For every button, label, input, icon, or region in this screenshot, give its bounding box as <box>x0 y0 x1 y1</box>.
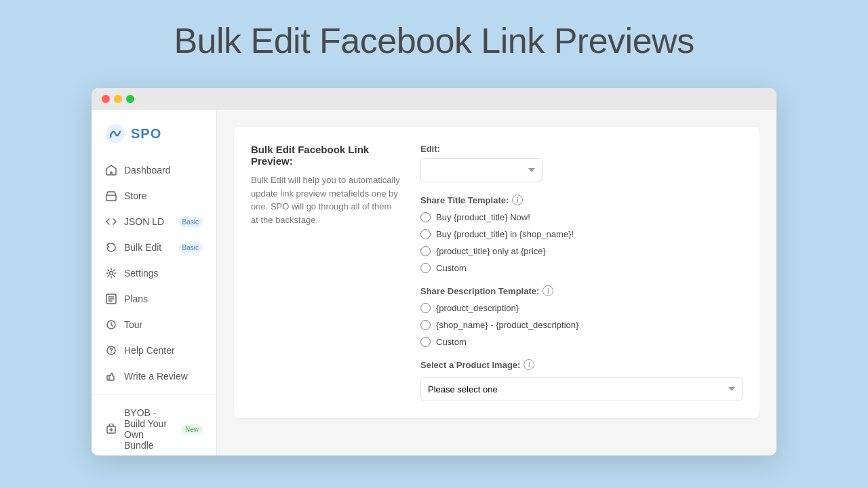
product-image-info-icon[interactable]: i <box>524 359 534 370</box>
product-image-label: Select a Product Image: i <box>420 359 743 370</box>
share-desc-radio-3[interactable] <box>420 337 431 347</box>
sidebar-item-write-review-label: Write a Review <box>124 371 188 382</box>
share-desc-label-2: {shop_name} - {product_description} <box>436 320 578 330</box>
sidebar-item-dashboard-label: Dashboard <box>124 165 171 176</box>
json-ld-badge: Basic <box>178 217 203 227</box>
store-icon <box>105 190 117 202</box>
share-title-label-1: Buy {product_title} Now! <box>436 212 530 222</box>
sidebar-item-plans-label: Plans <box>124 293 148 304</box>
plans-icon <box>105 293 117 305</box>
product-image-select[interactable]: Please select one <box>420 377 743 401</box>
thumb-up-icon <box>105 370 117 382</box>
home-icon <box>105 164 117 176</box>
share-title-option-2[interactable]: Buy {product_title} in {shop_name}! <box>420 229 743 239</box>
share-description-label: Share Description Template: i <box>420 285 743 296</box>
share-title-radio-2[interactable] <box>420 229 431 239</box>
share-desc-radio-2[interactable] <box>420 320 431 330</box>
sidebar-item-tour-label: Tour <box>124 319 142 330</box>
bulk-edit-badge: Basic <box>178 243 203 253</box>
code-icon <box>105 216 117 228</box>
share-title-label-3: {product_title} only at {price} <box>436 246 546 256</box>
logo-text: SPO <box>131 126 161 142</box>
svg-point-7 <box>111 352 112 354</box>
svg-rect-2 <box>106 195 116 201</box>
sidebar-item-store[interactable]: Store <box>92 183 216 209</box>
sidebar-item-bulk-edit[interactable]: Bulk Edit Basic <box>92 235 216 260</box>
nav-divider <box>92 394 216 395</box>
sidebar-item-tour[interactable]: Tour <box>92 312 216 338</box>
svg-point-3 <box>110 272 113 275</box>
logo-area: SPO <box>92 123 216 157</box>
settings-icon <box>105 267 117 279</box>
content-card: Bulk Edit Facebook Link Preview: Bulk Ed… <box>234 127 760 418</box>
share-desc-label-3: Custom <box>436 337 467 347</box>
share-title-label: Share Title Template: i <box>420 195 743 205</box>
card-description: Bulk Edit Facebook Link Preview: Bulk Ed… <box>251 144 400 401</box>
clock-icon <box>105 319 117 331</box>
maximize-button[interactable] <box>126 95 134 103</box>
share-description-options: {product_description} {shop_name} - {pro… <box>420 303 743 347</box>
share-title-radio-1[interactable] <box>420 212 431 222</box>
share-title-label-2: Buy {product_title} in {shop_name}! <box>436 229 574 239</box>
share-title-options: Buy {product_title} Now! Buy {product_ti… <box>420 212 743 273</box>
share-desc-option-2[interactable]: {shop_name} - {product_description} <box>420 320 743 330</box>
edit-select[interactable] <box>420 158 542 182</box>
main-content: Bulk Edit Facebook Link Preview: Bulk Ed… <box>217 110 776 455</box>
sidebar-item-settings[interactable]: Settings <box>92 260 216 286</box>
browser-chrome <box>92 88 776 110</box>
close-button[interactable] <box>102 95 110 103</box>
byob-icon <box>105 423 117 435</box>
sidebar-item-write-review[interactable]: Write a Review <box>92 363 216 389</box>
share-title-info-icon[interactable]: i <box>512 195 523 205</box>
sidebar-item-dashboard[interactable]: Dashboard <box>92 157 216 183</box>
page-title: Bulk Edit Facebook Link Previews <box>174 20 694 61</box>
share-title-label-4: Custom <box>436 263 467 273</box>
card-description-text: Bulk Edit will help you to automatically… <box>251 174 400 226</box>
card-heading: Bulk Edit Facebook Link Preview: <box>251 144 400 167</box>
share-title-radio-3[interactable] <box>420 246 431 256</box>
sidebar-item-plans[interactable]: Plans <box>92 286 216 312</box>
refresh-icon <box>105 241 117 253</box>
sidebar: SPO Dashboard Store JSO <box>92 110 217 455</box>
share-title-option-4[interactable]: Custom <box>420 263 743 273</box>
share-desc-radio-1[interactable] <box>420 303 431 313</box>
share-title-radio-4[interactable] <box>420 263 431 273</box>
edit-label: Edit: <box>420 144 743 154</box>
sidebar-item-help-center[interactable]: Help Center <box>92 338 216 363</box>
browser-window: SPO Dashboard Store JSO <box>92 88 776 455</box>
sidebar-item-help-center-label: Help Center <box>124 345 175 356</box>
sidebar-item-byob-label: BYOB - Build Your Own Bundle <box>124 407 174 451</box>
sidebar-item-bulk-edit-label: Bulk Edit <box>124 242 161 253</box>
card-form: Edit: Share Title Template: i <box>420 144 743 401</box>
share-desc-option-3[interactable]: Custom <box>420 337 743 347</box>
sidebar-item-settings-label: Settings <box>124 268 159 279</box>
spo-logo-icon <box>105 123 125 144</box>
byob-badge: New <box>181 424 203 434</box>
share-desc-label-1: {product_description} <box>436 303 519 313</box>
sidebar-item-json-ld[interactable]: JSON LD Basic <box>92 209 216 235</box>
sidebar-item-byob[interactable]: BYOB - Build Your Own Bundle New <box>92 401 216 455</box>
share-title-option-1[interactable]: Buy {product_title} Now! <box>420 212 743 222</box>
help-icon <box>105 344 117 357</box>
share-title-option-3[interactable]: {product_title} only at {price} <box>420 246 743 256</box>
sidebar-item-json-ld-label: JSON LD <box>124 216 164 227</box>
sidebar-item-store-label: Store <box>124 190 146 201</box>
minimize-button[interactable] <box>114 95 122 103</box>
share-description-info-icon[interactable]: i <box>542 285 553 296</box>
share-desc-option-1[interactable]: {product_description} <box>420 303 743 313</box>
